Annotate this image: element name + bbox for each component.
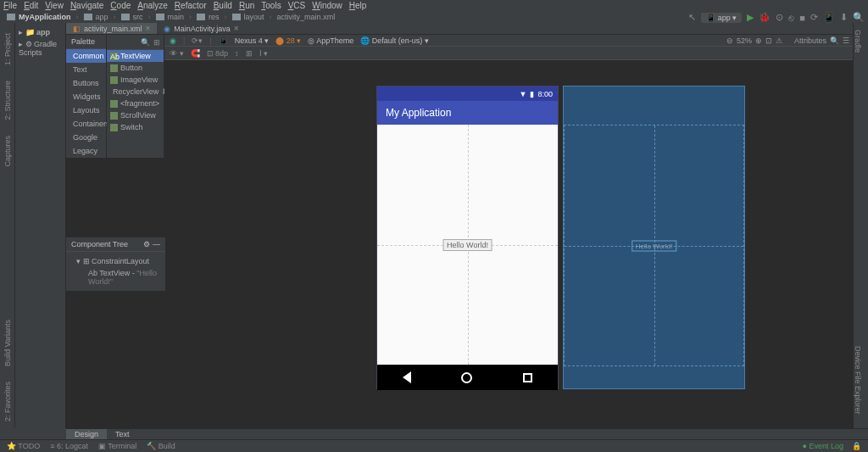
gear-icon[interactable]: ⚙ <box>143 240 150 248</box>
tab-text[interactable]: Text <box>107 429 138 439</box>
back-icon[interactable]: ↖ <box>688 12 696 23</box>
breadcrumb-item[interactable]: src <box>133 13 143 21</box>
close-icon[interactable]: × <box>146 24 151 33</box>
stop-icon[interactable]: ■ <box>799 13 805 23</box>
pack-icon[interactable]: ↕ <box>235 49 239 58</box>
phone-content[interactable]: Hello World! <box>377 125 558 365</box>
palette-cat-common[interactable]: Common <box>66 49 106 63</box>
align-icon[interactable]: ⊞ <box>246 49 253 58</box>
editor-tabs: ◧ activity_main.xml × ◉ MainActivity.jav… <box>66 23 868 35</box>
status-terminal[interactable]: ▣ Terminal <box>98 442 136 450</box>
menu-vcs[interactable]: VCS <box>288 1 306 10</box>
guidelines-icon[interactable]: Ⅰ ▾ <box>259 49 269 58</box>
tool-build-variants[interactable]: Build Variants <box>3 320 12 366</box>
textview-widget[interactable]: Hello World! <box>442 239 492 251</box>
breadcrumb-item[interactable]: layout <box>244 13 264 21</box>
textview-widget-blueprint[interactable]: Hello World! <box>632 240 676 251</box>
zoom-out-icon[interactable]: ⊖ <box>726 36 733 45</box>
search-icon[interactable]: 🔍 <box>141 38 150 47</box>
palette-cat-google[interactable]: Google <box>66 131 106 144</box>
avd-icon[interactable]: 📱 <box>823 12 835 23</box>
tool-device-explorer[interactable]: Device File Explorer <box>854 346 862 415</box>
widget-imageview[interactable]: ImageView <box>107 74 164 86</box>
menu-window[interactable]: Window <box>312 1 342 10</box>
attach-icon[interactable]: ⎋ <box>788 13 794 23</box>
orientation-icon[interactable]: ⟳▾ <box>192 36 203 45</box>
design-mode-icon[interactable]: ◉ <box>170 36 176 45</box>
palette-cat-buttons[interactable]: Buttons <box>66 76 106 90</box>
api-selector[interactable]: ⬤ 28 ▾ <box>275 36 301 45</box>
widget-recyclerview[interactable]: RecyclerView⬇ <box>107 86 164 98</box>
menu-navigate[interactable]: Navigate <box>70 1 103 10</box>
device-selector[interactable]: Nexus 4 ▾ <box>235 36 270 45</box>
widget-switch[interactable]: Switch <box>107 121 164 133</box>
sdk-icon[interactable]: ⬇ <box>840 12 848 23</box>
palette-cat-text[interactable]: Text <box>66 63 106 76</box>
zoom-fit-icon[interactable]: ⊡ <box>765 36 772 45</box>
search-icon[interactable]: 🔍 <box>830 36 839 45</box>
filter-icon[interactable]: ⊞ <box>153 38 160 47</box>
tool-structure[interactable]: 2: Structure <box>3 81 12 120</box>
project-node-app[interactable]: ▸ 📁 app <box>19 26 62 38</box>
tree-child-node[interactable]: Ab TextView - "Hello World!" <box>70 267 162 287</box>
theme-selector[interactable]: ◎ AppTheme <box>308 36 353 45</box>
menu-help[interactable]: Help <box>349 1 367 10</box>
run-config-selector[interactable]: 📱 app ▾ <box>701 13 742 23</box>
tab-design[interactable]: Design <box>66 429 107 439</box>
breadcrumb-item[interactable]: main <box>168 13 185 21</box>
attributes-label[interactable]: Attributes <box>794 36 826 45</box>
search-icon[interactable]: 🔍 <box>853 12 865 23</box>
sync-icon[interactable]: ⟳ <box>810 12 818 23</box>
palette-cat-layouts[interactable]: Layouts <box>66 103 106 117</box>
palette-cat-legacy[interactable]: Legacy <box>66 144 106 158</box>
menu-file[interactable]: File <box>3 1 17 10</box>
widget-button[interactable]: Button <box>107 62 164 74</box>
minimize-icon[interactable]: — <box>153 240 160 248</box>
widget-textview[interactable]: AbTextView <box>107 50 164 62</box>
warning-icon[interactable]: ⚠ <box>776 36 782 45</box>
status-logcat[interactable]: ≡ 6: Logcat <box>50 442 88 450</box>
run-icon[interactable]: ▶ <box>747 12 754 23</box>
menu-view[interactable]: View <box>45 1 64 10</box>
zoom-in-icon[interactable]: ⊕ <box>755 36 762 45</box>
menu-edit[interactable]: Edit <box>24 1 38 10</box>
lock-icon[interactable]: 🔒 <box>852 442 861 450</box>
breadcrumb-item[interactable]: app <box>96 13 108 21</box>
filter-icon[interactable]: ☰ <box>843 36 849 45</box>
palette-cat-widgets[interactable]: Widgets <box>66 90 106 103</box>
menu-build[interactable]: Build <box>214 1 232 10</box>
tab-activity-main[interactable]: ◧ activity_main.xml × <box>66 23 157 34</box>
tool-captures[interactable]: Captures <box>3 136 12 167</box>
magnet-icon[interactable]: 🧲 <box>191 49 200 58</box>
blueprint-preview: Hello World! <box>563 86 745 389</box>
event-log[interactable]: ● Event Log <box>803 442 843 450</box>
widget-fragment[interactable]: <fragment> <box>107 98 164 109</box>
menu-analyze[interactable]: Analyze <box>137 1 168 10</box>
widget-scrollview[interactable]: ScrollView <box>107 109 164 121</box>
tree-root-node[interactable]: ▾ ⊞ ConstraintLayout <box>70 255 162 267</box>
menu-code[interactable]: Code <box>110 1 131 10</box>
tool-project[interactable]: 1: Project <box>3 33 12 65</box>
project-node-gradle[interactable]: ▸ ⚙ Gradle Scripts <box>19 38 62 59</box>
margin-selector[interactable]: ⊡ 8dp <box>207 49 229 58</box>
debug-icon[interactable]: 🐞 <box>759 12 771 23</box>
eye-icon[interactable]: 👁 ▾ <box>170 49 184 58</box>
menu-run[interactable]: Run <box>239 1 254 10</box>
blueprint-content[interactable]: Hello World! <box>564 125 744 366</box>
tab-mainactivity[interactable]: ◉ MainActivity.java × <box>157 23 245 34</box>
home-icon <box>461 372 472 383</box>
profile-icon[interactable]: ⊙ <box>776 12 783 23</box>
breadcrumb-item[interactable]: MyApplication <box>19 13 71 21</box>
tool-favorites[interactable]: 2: Favorites <box>3 382 12 421</box>
status-todo[interactable]: ⭐ TODO <box>7 442 40 450</box>
close-icon[interactable]: × <box>234 24 239 33</box>
breadcrumb-item[interactable]: activity_main.xml <box>277 13 336 21</box>
menu-refactor[interactable]: Refactor <box>175 1 207 10</box>
tool-gradle[interactable]: Gradle <box>854 30 862 53</box>
breadcrumb-item[interactable]: res <box>209 13 220 21</box>
status-build[interactable]: 🔨 Build <box>147 442 175 450</box>
locale-selector[interactable]: 🌐 Default (en-us) ▾ <box>360 36 429 45</box>
palette-cat-containers[interactable]: Containers <box>66 117 106 131</box>
menu-tools[interactable]: Tools <box>261 1 281 10</box>
design-canvas[interactable]: ▼ ▮ 8:00 My Application Hello World! <box>164 60 868 428</box>
